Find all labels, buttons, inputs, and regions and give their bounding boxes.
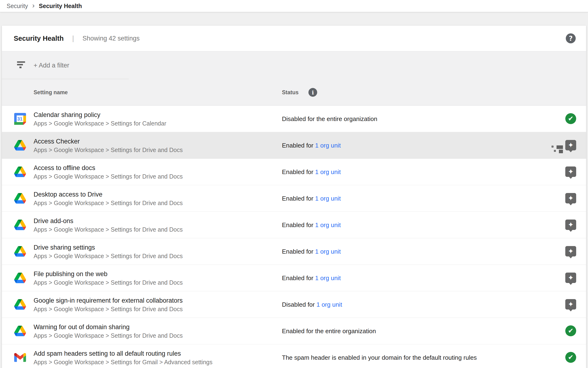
row-action-slot: ✦ ✔ [565,193,576,203]
setting-path: Apps > Google Workspace > Settings for D… [34,278,183,286]
breadcrumb-security-link[interactable]: Security [7,3,28,9]
recommendation-badge-icon[interactable]: ✦ [565,299,576,310]
filter-icon[interactable] [17,61,26,68]
calendar-icon: 31 [14,113,26,125]
status-cell: Enabled for 1 org unit [282,195,341,202]
status-text: Disabled for the entire organization [282,115,377,122]
filter-row: + Add a filter [2,51,586,79]
page-title: Security Health [14,35,64,42]
status-text: Enabled for the entire organization [282,327,376,334]
app-icon-slot: 31 [14,139,26,151]
table-row[interactable]: 31 Access to offline docs App [2,159,586,185]
card-header: Security Health | Showing 42 settings ? [2,26,586,51]
table-row[interactable]: 31 Access Checker Apps > Goog [2,132,586,159]
table-row[interactable]: 31 Warning for out of domain sharin [2,318,586,344]
setting-title: Add spam headers setting to all default … [34,349,212,358]
setting-path: Apps > Google Workspace > Settings for G… [34,358,212,366]
org-unit-link[interactable]: 1 org unit [316,301,342,308]
setting-name-column-header: Setting name [34,89,68,95]
table-row[interactable]: 31 Calendar sharing policy Ap [2,106,586,132]
drive-icon [14,299,26,310]
setting-title: Warning for out of domain sharing [34,322,183,331]
app-icon-slot: 31 [14,193,26,204]
setting-text-block: Desktop access to Drive Apps > Google Wo… [34,190,183,207]
recommendation-badge-icon[interactable]: ✦ [565,140,576,150]
setting-path: Apps > Google Workspace > Settings for D… [34,225,183,233]
settings-count-label: Showing 42 settings [83,35,140,42]
status-text: Enabled for [282,221,315,228]
status-cell: Disabled for 1 org unit [282,301,342,308]
status-ok-icon: ✔ [565,325,576,336]
table-row[interactable]: 31 Google sign-in requirement for e [2,291,586,318]
setting-text-block: Warning for out of domain sharing Apps >… [34,322,183,340]
table-column-headers: Setting name Status i [2,79,586,105]
help-icon[interactable]: ? [566,33,576,43]
setting-path: Apps > Google Workspace > Settings for D… [34,146,183,154]
app-icon-slot: 31 [14,246,26,258]
status-cell: Enabled for 1 org unit [282,221,341,229]
drive-icon [14,326,26,336]
settings-table-body: 31 Calendar sharing policy Ap [2,106,586,368]
status-cell: Enabled for 1 org unit [282,142,341,149]
setting-title: Drive sharing settings [34,243,183,252]
table-row[interactable]: 31 Add spam headers setting to all [2,344,586,368]
row-action-slot: ✦ ✔ [565,273,576,283]
setting-text-block: Google sign-in requirement for external … [34,296,183,313]
drive-icon [14,273,26,283]
drive-icon [14,193,26,204]
setting-title: Access to offline docs [34,163,183,172]
drive-icon [14,220,26,230]
status-text: Enabled for [282,168,315,175]
row-action-slot: ✦ ✔ [565,352,576,363]
org-unit-link[interactable]: 1 org unit [315,168,341,175]
setting-title: Calendar sharing policy [34,110,166,119]
drive-icon [14,140,26,151]
app-icon-slot: 31 [14,299,26,311]
add-filter-button[interactable]: + Add a filter [34,62,69,69]
org-unit-link[interactable]: 1 org unit [315,142,341,149]
recommendation-badge-icon[interactable]: ✦ [565,193,576,203]
setting-title: Desktop access to Drive [34,190,183,199]
setting-text-block: Add spam headers setting to all default … [34,349,212,366]
app-icon-slot: 31 [14,325,26,337]
setting-title: Google sign-in requirement for external … [34,296,183,305]
org-unit-link[interactable]: 1 org unit [315,248,341,255]
org-unit-link[interactable]: 1 org unit [315,195,341,202]
status-cell: The spam header is enabled in your domai… [282,354,477,361]
status-text: Enabled for [282,142,315,149]
org-unit-link[interactable]: 1 org unit [315,221,341,228]
setting-path: Apps > Google Workspace > Settings for D… [34,305,183,313]
status-cell: Enabled for 1 org unit [282,274,341,282]
status-text: Enabled for [282,274,315,281]
org-unit-link[interactable]: 1 org unit [315,274,341,281]
recommendation-badge-icon[interactable]: ✦ [565,273,576,283]
breadcrumb: Security › Security Health [0,0,588,12]
drive-icon [14,166,26,177]
setting-path: Apps > Google Workspace > Settings for D… [34,199,183,207]
row-action-slot: ✦ ✔ [565,140,576,150]
row-action-slot: ✦ ✔ [565,299,576,310]
recommendation-badge-icon[interactable]: ✦ [565,166,576,177]
app-icon-slot: 31 [14,113,26,125]
table-row[interactable]: 31 File publishing on the web [2,265,586,291]
setting-path: Apps > Google Workspace > Settings for D… [34,172,183,180]
row-action-slot: ✦ ✔ [565,220,576,230]
recommendation-badge-icon[interactable]: ✦ [565,246,576,257]
app-icon-slot: 31 [14,272,26,284]
table-row[interactable]: 31 Desktop access to Drive Ap [2,185,586,212]
table-row[interactable]: 31 Drive add-ons Apps > Googl [2,212,586,238]
row-action-slot: ✦ ✔ [565,325,576,336]
status-column-header: Status [282,89,298,95]
status-text: The spam header is enabled in your domai… [282,354,477,361]
status-ok-icon: ✔ [565,352,576,363]
recommendation-badge-icon[interactable]: ✦ [565,220,576,230]
app-icon-slot: 31 [14,219,26,231]
setting-text-block: File publishing on the web Apps > Google… [34,269,183,286]
breadcrumb-chevron-icon: › [32,2,35,10]
status-cell: Enabled for the entire organization [282,327,376,335]
table-row[interactable]: 31 Drive sharing settings App [2,238,586,265]
setting-text-block: Drive add-ons Apps > Google Workspace > … [34,216,183,233]
drive-icon [14,246,26,257]
status-info-icon[interactable]: i [308,88,317,97]
setting-path: Apps > Google Workspace > Settings for C… [34,119,166,127]
